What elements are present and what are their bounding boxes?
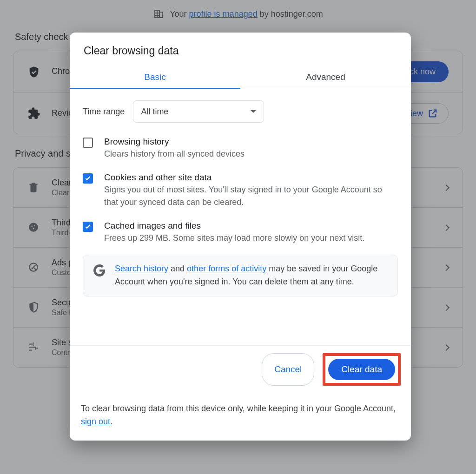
other-activity-link[interactable]: other forms of activity	[187, 264, 266, 273]
google-account-info: Search history and other forms of activi…	[83, 255, 398, 296]
google-account-info-text: Search history and other forms of activi…	[115, 263, 387, 289]
checkbox-cookies[interactable]	[83, 173, 93, 184]
time-range-label: Time range	[83, 107, 125, 117]
checkbox-browsing-history[interactable]	[83, 138, 93, 148]
opt-title: Cookies and other site data	[104, 172, 398, 183]
clear-data-button[interactable]: Clear data	[328, 359, 395, 380]
dialog-title: Clear browsing data	[70, 33, 411, 66]
dialog-actions: Cancel Clear data	[70, 345, 411, 393]
google-g-icon	[93, 264, 106, 276]
clear-data-highlight: Clear data	[323, 353, 401, 386]
caret-down-icon	[251, 110, 256, 113]
tab-advanced[interactable]: Advanced	[240, 66, 411, 89]
opt-title: Browsing history	[104, 137, 245, 147]
dialog-tabs: Basic Advanced	[70, 66, 411, 89]
opt-desc: Frees up 299 MB. Some sites may load mor…	[104, 232, 364, 244]
tab-basic[interactable]: Basic	[70, 66, 240, 89]
opt-desc: Clears history from all synced devices	[104, 148, 245, 160]
clear-browsing-data-dialog: Clear browsing data Basic Advanced Time …	[70, 33, 411, 441]
time-range-value: All time	[141, 107, 168, 117]
opt-desc: Signs you out of most sites. You'll stay…	[104, 184, 398, 209]
option-cached: Cached images and files Frees up 299 MB.…	[83, 217, 398, 253]
search-history-link[interactable]: Search history	[115, 264, 168, 273]
sign-out-link[interactable]: sign out	[81, 417, 110, 426]
opt-title: Cached images and files	[104, 221, 364, 231]
checkbox-cached[interactable]	[83, 222, 93, 232]
dialog-body: Time range All time Browsing history Cle…	[70, 89, 411, 345]
option-browsing-history: Browsing history Clears history from all…	[83, 133, 398, 169]
time-range-select[interactable]: All time	[133, 100, 264, 123]
time-range-row: Time range All time	[83, 91, 398, 133]
option-cookies: Cookies and other site data Signs you ou…	[83, 169, 398, 217]
dialog-footer-note: To clear browsing data from this device …	[70, 393, 411, 441]
cancel-button[interactable]: Cancel	[262, 353, 314, 386]
